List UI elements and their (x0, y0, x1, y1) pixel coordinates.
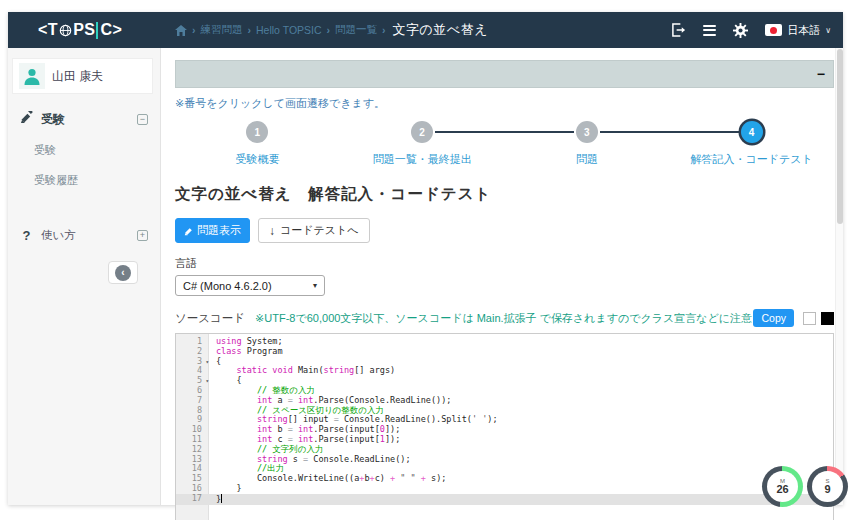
source-note: ※UTF-8で60,000文字以下、ソースコードは Main.拡張子 で保存され… (255, 311, 753, 326)
step-1-label: 受験概要 (235, 152, 279, 167)
language-field-label: 言語 (175, 256, 834, 271)
breadcrumb-current: 文字の並べ替え (393, 21, 488, 39)
topsic-logo: <T PS C> (38, 21, 122, 39)
step-3-circle[interactable]: 3 (576, 121, 598, 143)
collapse-minus-icon[interactable]: − (137, 114, 148, 125)
step-3-label: 問題 (576, 152, 598, 167)
logo-part2: PS (73, 21, 95, 39)
japan-flag-icon (765, 24, 782, 36)
question-mark-icon: ? (20, 228, 33, 243)
menu-icon[interactable] (703, 25, 716, 36)
language-label: 日本語 (787, 23, 820, 38)
code-line: 15 Console.WriteLine((a+b+c) + " " + s); (176, 474, 833, 484)
logo-part1: <T (38, 21, 58, 39)
expand-plus-icon[interactable]: + (137, 230, 148, 241)
pencil-icon (184, 226, 194, 236)
timer-minutes-gauge: M 26 (762, 466, 803, 507)
code-line: 17} (176, 494, 833, 505)
step-4-circle[interactable]: 4 (741, 121, 763, 143)
code-editor[interactable]: 1using System;2class Program3▾{4 static … (175, 333, 834, 520)
language-select-value: C# (Mono 4.6.2.0) (183, 280, 313, 292)
editor-theme-dark-swatch[interactable] (821, 312, 834, 325)
gauge-value: 26 (776, 484, 788, 495)
user-card: 山田 康夫 (12, 58, 153, 94)
sidebar-section-help[interactable]: ? 使い方 + (8, 212, 160, 243)
settings-gear-icon[interactable] (733, 23, 748, 38)
language-select[interactable]: C# (Mono 4.6.2.0) ▾ (175, 275, 325, 296)
sidebar-item-exam-history[interactable]: 受験履歴 (8, 173, 160, 188)
sidebar-section-exam[interactable]: 受験 − (8, 94, 160, 128)
pencil-icon (20, 110, 33, 128)
logo-part3: C> (100, 21, 122, 39)
page-scrollbar[interactable] (835, 48, 843, 505)
editor-theme-light-swatch[interactable] (803, 312, 816, 325)
home-icon[interactable] (175, 25, 187, 36)
step-1: 1 受験概要 (175, 121, 340, 169)
copy-button[interactable]: Copy (753, 309, 794, 327)
select-caret-icon: ▾ (313, 281, 317, 290)
top-navbar: <T PS C> › 練習問題 › Hello TOPSIC › 問題一覧 › … (8, 12, 843, 48)
app-window: <T PS C> › 練習問題 › Hello TOPSIC › 問題一覧 › … (8, 12, 843, 505)
code-lines: 1using System;2class Program3▾{4 static … (176, 334, 833, 505)
panel-minimize-button[interactable]: − (817, 67, 825, 81)
step-2-label: 問題一覧・最終提出 (373, 152, 472, 167)
gauge-value: 9 (824, 484, 830, 495)
down-arrow-icon: ↓ (269, 224, 275, 238)
logo-area[interactable]: <T PS C> (8, 21, 175, 39)
chevron-down-icon: ∨ (825, 26, 831, 35)
breadcrumb-separator: › (248, 24, 252, 36)
sidebar-exam-label: 受験 (41, 111, 129, 128)
logout-icon[interactable] (671, 23, 686, 37)
show-problem-button[interactable]: 問題表示 (175, 218, 250, 243)
scrollbar-thumb[interactable] (837, 49, 843, 224)
sidebar-item-exam[interactable]: 受験 (8, 143, 160, 158)
breadcrumb: › 練習問題 › Hello TOPSIC › 問題一覧 › 文字の並べ替え (175, 21, 671, 39)
code-line: 4 static void Main(string[] args) (176, 366, 833, 376)
step-3: 3 問題 (505, 121, 670, 169)
language-selector[interactable]: 日本語 ∨ (765, 23, 831, 38)
user-name: 山田 康夫 (52, 68, 103, 85)
code-line: 2class Program (176, 347, 833, 357)
countdown-timer: M 26 S 9 (762, 466, 848, 507)
breadcrumb-separator: › (327, 24, 331, 36)
to-codetest-button[interactable]: ↓ コードテストへ (258, 218, 370, 243)
main-content: − ※番号をクリックして画面遷移できます。 1 受験概要 2 問題一覧・最終提出… (161, 48, 843, 505)
step-2-circle[interactable]: 2 (411, 121, 433, 143)
logo-divider (96, 22, 98, 39)
step-1-circle[interactable]: 1 (246, 121, 268, 143)
source-label: ソースコード (175, 311, 245, 326)
stepper-note: ※番号をクリックして画面遷移できます。 (175, 96, 834, 111)
breadcrumb-link-problem-list[interactable]: 問題一覧 (335, 23, 377, 37)
step-2: 2 問題一覧・最終提出 (340, 121, 505, 169)
timer-seconds-gauge: S 9 (807, 466, 848, 507)
code-line: 16 } (176, 484, 833, 494)
user-avatar-icon (19, 63, 45, 89)
breadcrumb-separator: › (382, 24, 386, 36)
breadcrumb-link-practice[interactable]: 練習問題 (201, 23, 243, 37)
sidebar-help-label: 使い方 (41, 228, 129, 243)
panel-header: − (175, 60, 834, 88)
sidebar: 山田 康夫 受験 − 受験 受験履歴 ? 使い方 + ‹ (8, 48, 161, 505)
sidebar-collapse-button[interactable]: ‹ (108, 261, 138, 284)
step-4: 4 解答記入・コードテスト (669, 121, 834, 169)
navbar-actions: 日本語 ∨ (671, 23, 843, 38)
arrow-left-icon: ‹ (115, 265, 131, 281)
globe-icon (59, 24, 72, 37)
page-title: 文字の並べ替え 解答記入・コードテスト (175, 184, 834, 205)
breadcrumb-link-hello-topsic[interactable]: Hello TOPSIC (256, 24, 322, 36)
breadcrumb-separator: › (192, 24, 196, 36)
action-buttons: 問題表示 ↓ コードテストへ (175, 218, 834, 243)
source-header: ソースコード ※UTF-8で60,000文字以下、ソースコードは Main.拡張… (175, 309, 834, 327)
step-4-label: 解答記入・コードテスト (690, 152, 812, 167)
progress-stepper: 1 受験概要 2 問題一覧・最終提出 3 問題 4 解答記入・コードテスト (175, 121, 834, 169)
